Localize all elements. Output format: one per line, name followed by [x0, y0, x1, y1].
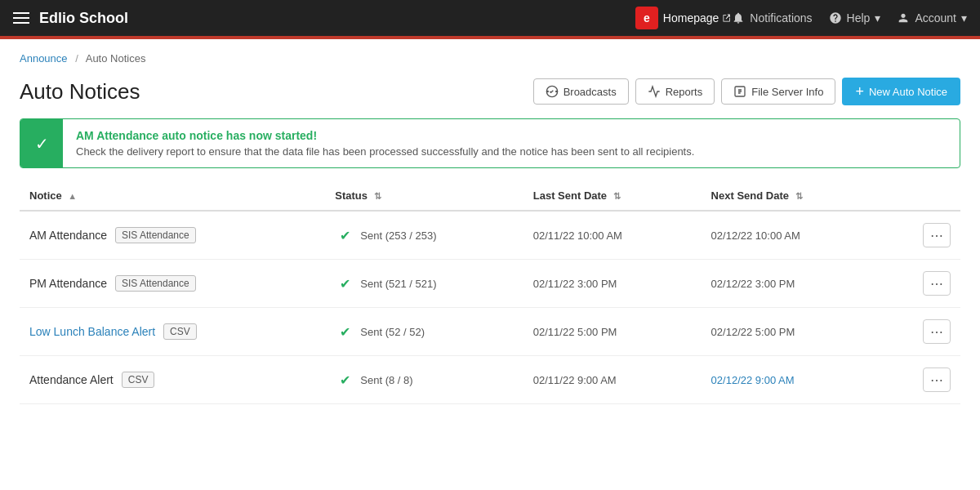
reports-icon — [648, 85, 661, 98]
breadcrumb-current: Auto Notices — [86, 52, 146, 65]
account-icon — [897, 11, 910, 24]
help-icon — [829, 11, 842, 24]
col-next-send[interactable]: Next Send Date ⇅ — [702, 181, 883, 211]
table-row: AM AttendanceSIS Attendance✔Sent (253 / … — [20, 211, 960, 260]
notice-badge: CSV — [122, 372, 155, 388]
reports-button[interactable]: Reports — [635, 78, 715, 105]
action-cell: ⋯ — [883, 308, 960, 356]
action-cell: ⋯ — [883, 211, 960, 260]
status-cell: ✔Sent (52 / 52) — [325, 308, 523, 356]
new-auto-notice-button[interactable]: + New Auto Notice — [842, 78, 960, 105]
broadcasts-button[interactable]: Broadcasts — [533, 78, 629, 105]
last-sent-cell: 02/11/22 5:00 PM — [523, 308, 702, 356]
table-row: Attendance AlertCSV✔Sent (8 / 8)02/11/22… — [20, 356, 960, 404]
broadcasts-icon — [546, 85, 559, 98]
notice-cell: AM AttendanceSIS Attendance — [20, 211, 325, 260]
alert-banner: ✓ AM Attendance auto notice has now star… — [20, 118, 960, 168]
plus-icon: + — [855, 84, 864, 99]
action-cell: ⋯ — [883, 356, 960, 404]
file-server-icon — [733, 85, 746, 98]
status-check-icon: ✔ — [340, 324, 350, 340]
row-menu-button[interactable]: ⋯ — [923, 368, 951, 392]
next-send-cell: 02/12/22 10:00 AM — [702, 211, 883, 260]
notice-cell: Low Lunch Balance AlertCSV — [20, 308, 325, 356]
last-sent-cell: 02/11/22 10:00 AM — [523, 211, 702, 260]
alert-description: Check the delivery report to ensure that… — [76, 145, 694, 158]
status-check-icon: ✔ — [340, 276, 350, 292]
last-sent-date: 02/11/22 3:00 PM — [533, 278, 617, 290]
edlio-logo: e — [635, 7, 658, 29]
sort-status-icon: ⇅ — [374, 191, 381, 202]
action-cell: ⋯ — [883, 260, 960, 308]
sort-last-sent-icon: ⇅ — [613, 191, 621, 202]
table-row: PM AttendanceSIS Attendance✔Sent (521 / … — [20, 260, 960, 308]
notices-table-wrap: Notice ▲ Status ⇅ Last Sent Date ⇅ Next … — [0, 181, 980, 404]
table-row: Low Lunch Balance AlertCSV✔Sent (52 / 52… — [20, 308, 960, 356]
last-sent-date: 02/11/22 9:00 AM — [533, 374, 617, 386]
file-server-button[interactable]: File Server Info — [721, 78, 835, 105]
alert-check-icon: ✓ — [20, 119, 63, 167]
notifications-nav[interactable]: Notifications — [732, 11, 812, 24]
status-text: Sent (253 / 253) — [360, 229, 436, 242]
account-nav[interactable]: Account ▾ — [897, 11, 967, 24]
table-body: AM AttendanceSIS Attendance✔Sent (253 / … — [20, 211, 960, 404]
notice-cell: Attendance AlertCSV — [20, 356, 325, 404]
row-menu-button[interactable]: ⋯ — [923, 319, 951, 344]
notices-table: Notice ▲ Status ⇅ Last Sent Date ⇅ Next … — [20, 181, 960, 404]
last-sent-cell: 02/11/22 9:00 AM — [523, 356, 702, 404]
notice-name-link[interactable]: Low Lunch Balance Alert — [29, 325, 155, 338]
next-send-cell: 02/12/22 5:00 PM — [702, 308, 883, 356]
external-link-icon — [722, 13, 732, 23]
col-last-sent[interactable]: Last Sent Date ⇅ — [523, 181, 702, 211]
homepage-link[interactable]: Homepage — [663, 11, 733, 24]
status-check-icon: ✔ — [340, 372, 350, 388]
next-send-cell: 02/12/22 3:00 PM — [702, 260, 883, 308]
table-header: Notice ▲ Status ⇅ Last Sent Date ⇅ Next … — [20, 181, 960, 211]
next-send-date: 02/12/22 9:00 AM — [711, 374, 795, 386]
hamburger-menu[interactable] — [13, 12, 29, 24]
sort-notice-icon: ▲ — [68, 191, 77, 201]
next-send-cell: 02/12/22 9:00 AM — [702, 356, 883, 404]
svg-point-0 — [547, 91, 548, 91]
school-name: Edlio School — [39, 10, 128, 27]
row-menu-button[interactable]: ⋯ — [923, 271, 951, 296]
status-cell: ✔Sent (253 / 253) — [325, 211, 523, 260]
next-send-date: 02/12/22 5:00 PM — [711, 326, 795, 338]
col-actions — [883, 181, 960, 211]
page-header: Auto Notices Broadcasts Reports File Ser… — [0, 71, 980, 118]
col-notice[interactable]: Notice ▲ — [20, 181, 325, 211]
status-cell: ✔Sent (8 / 8) — [325, 356, 523, 404]
notice-name: Attendance Alert — [29, 373, 114, 386]
next-send-date: 02/12/22 10:00 AM — [711, 229, 800, 242]
notice-name: AM Attendance — [29, 229, 107, 242]
notice-badge: SIS Attendance — [115, 227, 196, 243]
col-status[interactable]: Status ⇅ — [325, 181, 523, 211]
help-nav[interactable]: Help ▾ — [829, 11, 881, 24]
breadcrumb-parent[interactable]: Announce — [20, 52, 68, 65]
notice-cell: PM AttendanceSIS Attendance — [20, 260, 325, 308]
notice-name: PM Attendance — [29, 277, 107, 290]
bell-icon — [732, 11, 745, 24]
status-text: Sent (521 / 521) — [360, 278, 436, 290]
next-send-date: 02/12/22 3:00 PM — [711, 278, 795, 290]
last-sent-cell: 02/11/22 3:00 PM — [523, 260, 702, 308]
last-sent-date: 02/11/22 10:00 AM — [533, 229, 622, 242]
topnav: Edlio School e Homepage Notifications He… — [0, 0, 980, 36]
status-text: Sent (8 / 8) — [360, 374, 412, 386]
toolbar: Broadcasts Reports File Server Info + Ne… — [533, 78, 960, 105]
sort-next-send-icon: ⇅ — [795, 191, 803, 202]
notice-badge: SIS Attendance — [115, 275, 196, 292]
page-title: Auto Notices — [20, 79, 533, 105]
row-menu-button[interactable]: ⋯ — [923, 223, 951, 247]
breadcrumb: Announce / Auto Notices — [0, 39, 980, 71]
status-text: Sent (52 / 52) — [360, 326, 425, 338]
status-cell: ✔Sent (521 / 521) — [325, 260, 523, 308]
status-check-icon: ✔ — [340, 228, 350, 243]
last-sent-date: 02/11/22 5:00 PM — [533, 326, 617, 338]
notice-badge: CSV — [163, 323, 197, 340]
alert-title: AM Attendance auto notice has now starte… — [76, 129, 694, 142]
svg-point-1 — [555, 91, 556, 91]
